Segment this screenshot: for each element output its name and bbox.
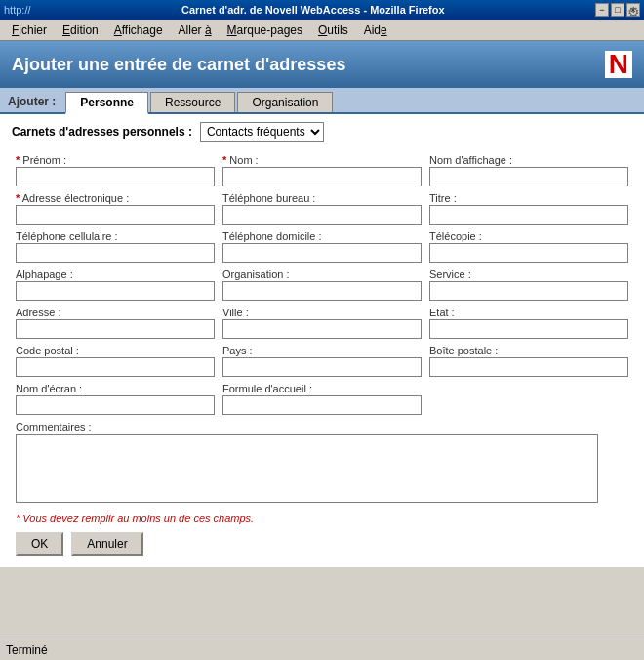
ville-input[interactable] — [222, 319, 422, 339]
prenom-label: * Prénom : — [16, 154, 215, 166]
field-alphapage: Alphapage : — [12, 266, 219, 304]
field-tel-domicile: Téléphone domicile : — [219, 227, 425, 266]
nom-ecran-input[interactable] — [16, 395, 215, 415]
formule-accueil-input[interactable] — [222, 395, 422, 415]
titlebar: http:// Carnet d'adr. de Novell WebAcces… — [0, 0, 644, 20]
code-postal-input[interactable] — [16, 357, 215, 377]
ajouter-label: Ajouter : — [8, 95, 63, 112]
pays-label: Pays : — [222, 345, 422, 356]
menu-outils[interactable]: Outils — [310, 21, 356, 39]
tel-bureau-input[interactable] — [222, 205, 422, 225]
field-tel-cellulaire: Téléphone cellulaire : — [12, 227, 219, 266]
adresse-email-input[interactable] — [16, 205, 215, 225]
field-formule-accueil: Formule d'accueil : — [219, 380, 425, 418]
url-display: http:// — [4, 4, 31, 16]
nom-ecran-label: Nom d'écran : — [16, 383, 215, 394]
address-book-row: Carnets d'adresses personnels : Contacts… — [12, 122, 632, 142]
nom-input[interactable] — [222, 167, 422, 186]
tel-cellulaire-label: Téléphone cellulaire : — [16, 230, 215, 242]
nom-affichage-input[interactable] — [429, 167, 628, 186]
field-pays: Pays : — [219, 342, 425, 380]
field-titre: Titre : — [425, 189, 632, 227]
comments-label: Commentaires : — [16, 421, 628, 433]
formule-accueil-label: Formule d'accueil : — [222, 383, 422, 394]
address-book-select[interactable]: Contacts fréquents Carnet personnel — [200, 122, 324, 142]
service-label: Service : — [429, 268, 628, 280]
organisation-label: Organisation : — [222, 268, 422, 280]
tel-cellulaire-input[interactable] — [16, 243, 215, 263]
tab-personne[interactable]: Personne — [65, 92, 148, 114]
field-nom-ecran: Nom d'écran : — [12, 380, 219, 418]
menu-fichier[interactable]: Fichier — [4, 21, 55, 39]
ville-label: Ville : — [222, 307, 422, 318]
menu-affichage[interactable]: Affichage — [106, 21, 171, 39]
adresse-label: Adresse : — [16, 307, 215, 318]
field-nom-affichage: Nom d'affichage : — [425, 151, 632, 189]
menu-aller[interactable]: Aller à — [171, 21, 220, 39]
page-header: Ajouter une entrée de carnet d'adresses … — [0, 41, 644, 88]
field-service: Service : — [425, 266, 632, 304]
field-ville: Ville : — [219, 304, 425, 342]
tab-organisation[interactable]: Organisation — [237, 92, 333, 112]
tel-bureau-label: Téléphone bureau : — [222, 192, 422, 204]
field-boite-postale: Boîte postale : — [425, 342, 632, 380]
field-empty — [425, 380, 632, 418]
window-title: Carnet d'adr. de Novell WebAccess - Mozi… — [181, 4, 445, 16]
form-area: Carnets d'adresses personnels : Contacts… — [0, 114, 644, 567]
alphapage-label: Alphapage : — [16, 268, 215, 280]
menu-aide[interactable]: Aide — [356, 21, 395, 39]
maximize-button[interactable]: □ — [611, 3, 624, 17]
menu-edition[interactable]: Edition — [55, 21, 106, 39]
field-nom: * Nom : — [219, 151, 425, 189]
boite-postale-input[interactable] — [429, 357, 628, 377]
comments-section: Commentaires : — [12, 418, 632, 509]
field-etat: Etat : — [425, 304, 632, 342]
code-postal-label: Code postal : — [16, 345, 215, 356]
form-grid: * Prénom : * Nom : Nom d'affichage : * A… — [12, 151, 632, 418]
service-input[interactable] — [429, 281, 628, 301]
adresse-input[interactable] — [16, 319, 215, 339]
tabs-bar: Ajouter : Personne Ressource Organisatio… — [0, 88, 644, 114]
adresse-email-label: * Adresse électronique : — [16, 192, 215, 204]
tel-domicile-label: Téléphone domicile : — [222, 230, 422, 242]
prenom-input[interactable] — [16, 167, 215, 186]
titre-label: Titre : — [429, 192, 628, 204]
field-code-postal: Code postal : — [12, 342, 219, 380]
novell-logo: N — [605, 51, 632, 78]
telecopie-label: Télécopie : — [429, 230, 628, 242]
annuler-button[interactable]: Annuler — [71, 532, 142, 556]
tab-ressource[interactable]: Ressource — [150, 92, 235, 112]
field-prenom: * Prénom : — [12, 151, 219, 189]
minimize-button[interactable]: − — [595, 3, 609, 17]
field-organisation: Organisation : — [219, 266, 425, 304]
titre-input[interactable] — [429, 205, 628, 225]
statusbar: Terminé — [0, 639, 644, 660]
boite-postale-label: Boîte postale : — [429, 345, 628, 356]
telecopie-input[interactable] — [429, 243, 628, 263]
nom-affichage-label: Nom d'affichage : — [429, 154, 628, 166]
statusbar-text: Terminé — [6, 643, 48, 657]
pays-input[interactable] — [222, 357, 422, 377]
required-note: * Vous devez remplir au moins un de ces … — [12, 509, 632, 528]
buttons-row: OK Annuler — [12, 528, 632, 559]
organisation-input[interactable] — [222, 281, 422, 301]
ok-button[interactable]: OK — [16, 532, 63, 556]
field-adresse-email: * Adresse électronique : — [12, 189, 219, 227]
page-title: Ajouter une entrée de carnet d'adresses — [12, 55, 345, 75]
nom-label: * Nom : — [222, 154, 422, 166]
address-book-label: Carnets d'adresses personnels : — [12, 125, 192, 139]
gear-icon: ⚙ — [627, 4, 640, 20]
menubar: Fichier Edition Affichage Aller à Marque… — [0, 20, 644, 41]
field-tel-bureau: Téléphone bureau : — [219, 189, 425, 227]
menu-marques[interactable]: Marque-pages — [220, 21, 310, 39]
etat-label: Etat : — [429, 307, 628, 318]
etat-input[interactable] — [429, 319, 628, 339]
comments-textarea[interactable] — [16, 434, 598, 503]
alphapage-input[interactable] — [16, 281, 215, 301]
field-adresse: Adresse : — [12, 304, 219, 342]
field-telecopie: Télécopie : — [425, 227, 632, 266]
tel-domicile-input[interactable] — [222, 243, 422, 263]
